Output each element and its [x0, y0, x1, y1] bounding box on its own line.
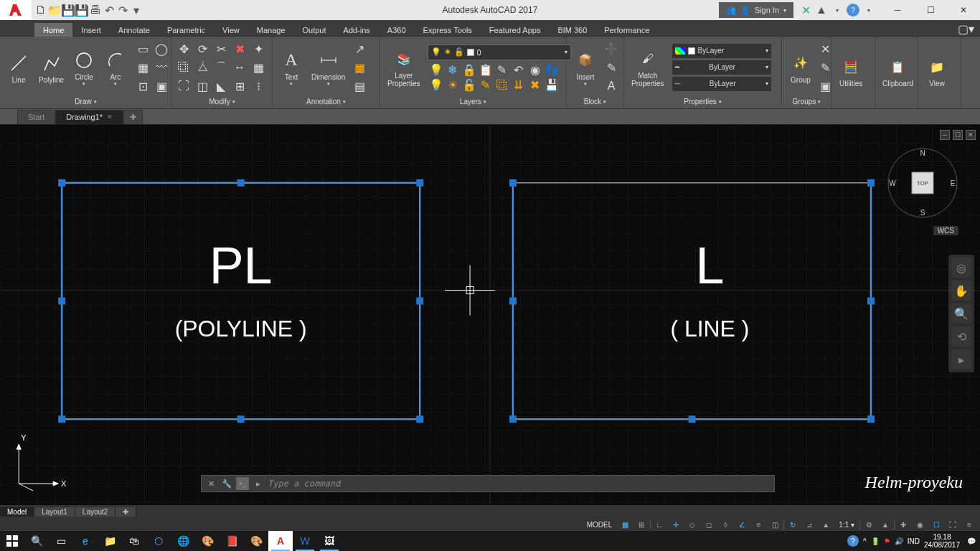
- leader-icon[interactable]: ↗: [351, 40, 368, 57]
- panel-block-label[interactable]: Block: [570, 96, 621, 107]
- open-icon[interactable]: 📁: [48, 4, 61, 17]
- saveas-icon[interactable]: 💾: [75, 4, 88, 17]
- group-button[interactable]: ✨Group: [785, 50, 816, 85]
- fillet-icon[interactable]: ⌒: [212, 59, 230, 76]
- new-icon[interactable]: 🗋: [34, 4, 47, 17]
- layout2-tab[interactable]: Layout2: [75, 507, 116, 517]
- tab-drawing1[interactable]: Drawing1*✕: [55, 110, 123, 124]
- selection-cycling-icon[interactable]: ↻: [785, 519, 801, 530]
- create-block-icon[interactable]: ➕: [603, 40, 620, 57]
- workspace-icon[interactable]: ✚: [895, 519, 911, 530]
- save-icon[interactable]: 💾: [62, 4, 75, 17]
- edge-icon[interactable]: e: [73, 531, 98, 551]
- pan-icon[interactable]: ✋: [951, 281, 971, 301]
- mtext-icon[interactable]: ▤: [351, 77, 368, 95]
- dropbox-icon[interactable]: ⬡: [146, 531, 171, 551]
- point-icon[interactable]: ⊡: [134, 77, 151, 95]
- minimize-viewport-icon[interactable]: ─: [940, 130, 950, 140]
- attr-icon[interactable]: A: [603, 77, 620, 95]
- color-dropdown[interactable]: ByLayer: [672, 43, 772, 59]
- undo-icon[interactable]: ↶: [103, 4, 116, 17]
- group-edit-icon[interactable]: ✎: [816, 59, 834, 76]
- help-tray-icon[interactable]: ?: [847, 535, 859, 547]
- layer-state-icon[interactable]: 💾: [543, 77, 560, 94]
- tab-home[interactable]: Home: [34, 23, 72, 37]
- tab-performance[interactable]: Performance: [595, 23, 658, 37]
- layer-merge-icon[interactable]: ⇊: [510, 77, 527, 94]
- app-icon[interactable]: [0, 0, 32, 20]
- minimize-button[interactable]: ─: [881, 0, 914, 20]
- layer-unlock-icon[interactable]: 🔓: [461, 77, 478, 94]
- snap-icon[interactable]: ⊞: [633, 519, 649, 530]
- tab-addins[interactable]: Add-ins: [335, 23, 379, 37]
- tab-parametric[interactable]: Parametric: [159, 23, 214, 37]
- layer-properties-button[interactable]: 📚Layer Properties: [383, 46, 425, 89]
- exchange-icon[interactable]: ✕: [799, 4, 812, 17]
- text-button[interactable]: AText▾: [275, 47, 307, 88]
- 3dosnap-icon[interactable]: ◊: [717, 519, 733, 530]
- tab-annotate[interactable]: Annotate: [110, 23, 159, 37]
- ungroup-icon[interactable]: ✕: [816, 40, 834, 57]
- chrome-icon[interactable]: 🌐: [171, 531, 195, 551]
- match-properties-button[interactable]: 🖌Match Properties: [627, 46, 669, 89]
- volume-icon[interactable]: 🔊: [895, 537, 903, 545]
- chevron-down-icon[interactable]: ▾: [862, 4, 875, 17]
- tab-insert[interactable]: Insert: [72, 23, 110, 37]
- offset-icon[interactable]: ◫: [194, 77, 211, 95]
- antivirus-icon[interactable]: ⚑: [884, 537, 890, 545]
- panel-properties-label[interactable]: Properties: [627, 96, 778, 107]
- tab-output[interactable]: Output: [294, 23, 335, 37]
- selection-filter-icon[interactable]: ▲: [818, 519, 834, 530]
- ellipse-icon[interactable]: ◯: [153, 40, 170, 57]
- layer-on-icon[interactable]: 💡: [428, 77, 445, 94]
- signin-button[interactable]: 👥 👤 Sign In ▾: [719, 2, 793, 18]
- book-icon[interactable]: 📕: [220, 531, 244, 551]
- orbit-icon[interactable]: ⟲: [951, 326, 971, 347]
- battery-icon[interactable]: 🔋: [871, 537, 880, 545]
- grid-icon[interactable]: ▦: [617, 519, 633, 530]
- palette-icon[interactable]: 🎨: [244, 531, 268, 551]
- insert-button[interactable]: 📦Insert▾: [570, 47, 601, 88]
- viewcube[interactable]: N S E W TOP: [887, 147, 958, 219]
- copy-icon[interactable]: ⿻: [175, 59, 192, 76]
- annotation-scale-icon[interactable]: ▲: [877, 519, 893, 530]
- showmotion-icon[interactable]: ▸: [951, 349, 971, 369]
- layer-copy-icon[interactable]: ⿻: [494, 77, 511, 94]
- ortho-icon[interactable]: ∟: [651, 519, 667, 530]
- close-viewport-icon[interactable]: ✕: [966, 130, 976, 140]
- panel-groups-label[interactable]: Groups: [785, 96, 829, 107]
- maximize-button[interactable]: ☐: [914, 0, 947, 20]
- store-icon[interactable]: 🛍: [122, 531, 146, 551]
- tab-a360[interactable]: A360: [379, 23, 415, 37]
- customize-icon[interactable]: ≡: [961, 519, 977, 530]
- autocad-taskbar-icon[interactable]: A: [268, 531, 293, 551]
- autodesk-icon[interactable]: ▲: [815, 4, 828, 17]
- taskview-icon[interactable]: ▭: [49, 531, 73, 551]
- gear-icon[interactable]: ⚙: [861, 519, 877, 530]
- dynamic-ucs-icon[interactable]: ⊿: [801, 519, 817, 530]
- clock[interactable]: 19.1824/08/2017: [924, 533, 963, 549]
- wrench-icon[interactable]: 🔧: [220, 477, 233, 490]
- ribbon-extra-icon[interactable]: ▢▾: [952, 21, 980, 37]
- layer-change-icon[interactable]: ✎: [477, 77, 494, 94]
- close-icon[interactable]: ✕: [107, 113, 113, 121]
- clipboard-button[interactable]: 📋Clipboard: [878, 54, 918, 89]
- panel-modify-label[interactable]: Modify: [175, 96, 269, 107]
- action-center-icon[interactable]: 💬: [967, 537, 976, 545]
- break-icon[interactable]: ⁝: [250, 77, 267, 95]
- model-tab[interactable]: Model: [0, 507, 34, 517]
- scale-button[interactable]: 1:1 ▾: [834, 521, 859, 529]
- region-icon[interactable]: ▣: [153, 77, 170, 95]
- tab-start[interactable]: Start: [17, 110, 55, 124]
- lineweight-dropdown[interactable]: ━ByLayer: [672, 60, 772, 75]
- explode-icon[interactable]: ✦: [250, 40, 267, 57]
- spline-icon[interactable]: 〰: [153, 59, 170, 76]
- otrack-icon[interactable]: ∠: [734, 519, 750, 530]
- steering-wheel-icon[interactable]: ◎: [951, 258, 971, 278]
- plot-icon[interactable]: 🖶: [89, 4, 102, 17]
- maximize-viewport-icon[interactable]: ☐: [953, 130, 963, 140]
- polar-icon[interactable]: ✛: [668, 519, 684, 530]
- start-button[interactable]: [0, 531, 24, 551]
- view-button[interactable]: 📁View: [921, 54, 953, 89]
- layout1-tab[interactable]: Layout1: [34, 507, 75, 517]
